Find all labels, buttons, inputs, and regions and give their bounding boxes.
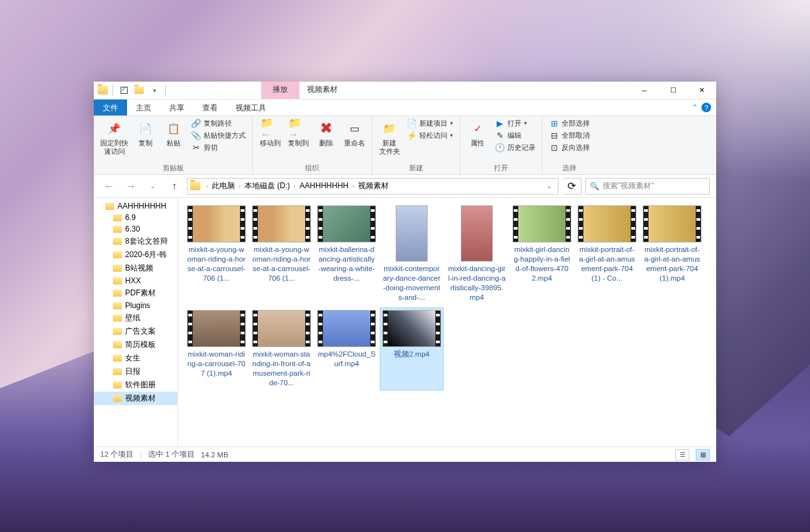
copy-button[interactable]: 📄 复制 (132, 117, 159, 149)
file-item[interactable]: 视频2.mp4 (380, 307, 444, 390)
thumbnail-view-button[interactable]: ▦ (696, 449, 710, 461)
tree-item[interactable]: 8套论文答辩 (94, 235, 177, 248)
tree-item[interactable]: HXX (94, 275, 177, 286)
delete-button[interactable]: ✖ 删除 (313, 117, 340, 149)
tree-label: 视频素材 (125, 393, 156, 404)
address-dropdown[interactable]: ⌄ (543, 182, 555, 189)
address-box[interactable]: › 此电脑›本地磁盘 (D:)›AAHHHHHHH›视频素材 ⌄ (187, 178, 559, 195)
forward-button[interactable]: → (122, 177, 140, 195)
file-item[interactable]: mixkit-girl-dancing-happily-in-a-field-o… (510, 203, 574, 305)
select-none-button[interactable]: ⊟全部取消 (546, 129, 592, 141)
file-name: mixkit-dancing-girl-in-red-dancing-artis… (447, 264, 506, 302)
file-item[interactable]: mixkit-contemporary-dance-dancer-doing-m… (380, 203, 444, 305)
refresh-button[interactable]: ⟳ (562, 178, 581, 195)
copy-path-button[interactable]: 🔗复制路径 (188, 117, 248, 129)
breadcrumb-item[interactable]: AAHHHHHHH (297, 181, 350, 190)
new-item-button[interactable]: 📄新建项目 ▾ (404, 117, 456, 129)
tab-share[interactable]: 共享 (160, 100, 193, 115)
rename-button[interactable]: ▭ 重命名 (341, 117, 368, 149)
close-button[interactable]: ✕ (687, 82, 716, 99)
breadcrumb-item[interactable]: 本地磁盘 (D:) (243, 181, 292, 190)
tree-item[interactable]: 视频素材 (94, 392, 177, 405)
paste-button[interactable]: 📋 粘贴 (160, 117, 187, 149)
up-button[interactable]: ↑ (165, 177, 183, 195)
file-name: mixkit-a-young-woman-riding-a-horse-at-a… (187, 245, 246, 283)
tree-item[interactable]: 广告文案 (94, 325, 177, 338)
tab-view[interactable]: 查看 (193, 100, 227, 115)
tree-item[interactable]: 女生 (94, 351, 177, 365)
minimize-button[interactable]: ─ (630, 82, 659, 99)
tree-label: Plugins (125, 301, 150, 310)
item-count: 12 个项目 (100, 450, 133, 459)
file-item[interactable]: mixkit-dancing-girl-in-red-dancing-artis… (445, 203, 509, 305)
tree-item[interactable]: 简历模板 (94, 338, 177, 351)
contextual-tab-play[interactable]: 播放 (261, 82, 299, 99)
video-thumbnail (317, 205, 376, 242)
tree-item[interactable]: 软件图册 (94, 378, 177, 392)
history-button[interactable]: 🕐历史记录 (492, 142, 538, 153)
group-new-label: 新建 (376, 162, 456, 174)
copy-to-button[interactable]: 📁→ 复制到 (285, 117, 311, 149)
file-name: mixkit-woman-standing-in-front-of-amusem… (252, 350, 311, 388)
file-name: mixkit-woman-riding-a-carrousel-707 (1).… (187, 350, 246, 378)
tree-label: 广告文案 (125, 326, 156, 337)
file-item[interactable]: mixkit-ballerina-dancing-artistically-we… (315, 203, 379, 305)
folder-icon (113, 328, 122, 335)
tree-item[interactable]: 壁纸 (94, 311, 177, 325)
statusbar: 12 个项目 | 选中 1 个项目 14.2 MB ☰ ▦ (94, 447, 716, 462)
select-all-button[interactable]: ⊞全部选择 (546, 117, 592, 129)
pin-quick-access-button[interactable]: 📌 固定到快 速访问 (98, 117, 131, 157)
details-view-button[interactable]: ☰ (675, 449, 689, 461)
easy-access-button[interactable]: ⚡轻松访问 ▾ (404, 129, 456, 141)
file-item[interactable]: mixkit-woman-riding-a-carrousel-707 (1).… (184, 307, 248, 390)
folder-icon (113, 238, 122, 245)
file-item[interactable]: mixkit-a-young-woman-riding-a-horse-at-a… (184, 203, 248, 305)
breadcrumb-item[interactable]: 此电脑 (210, 181, 237, 190)
tree-item[interactable]: 6.30 (94, 223, 177, 235)
video-thumbnail (252, 205, 311, 242)
tree-item[interactable]: 2020-6月-韩 (94, 248, 177, 262)
selection-count: 选中 1 个项目 (148, 450, 195, 459)
move-to-icon: 📁← (260, 119, 280, 138)
video-thumbnail (252, 310, 311, 347)
new-folder-button[interactable]: 📁 新建 文件夹 (376, 117, 403, 157)
qat-customize[interactable]: ▾ (148, 84, 161, 97)
recent-dropdown[interactable]: ⌄ (144, 177, 161, 195)
video-thumbnail (187, 310, 246, 347)
tab-file[interactable]: 文件 (94, 100, 127, 115)
ribbon-collapse-icon[interactable]: ⌃ (692, 103, 698, 112)
qat-properties[interactable] (117, 84, 130, 97)
tab-home[interactable]: 主页 (127, 100, 160, 115)
video-thumbnail (513, 205, 571, 242)
file-item[interactable]: mixkit-woman-standing-in-front-of-amusem… (250, 307, 313, 390)
cut-button[interactable]: ✂剪切 (188, 142, 248, 153)
open-button[interactable]: ▶打开 ▾ (492, 117, 538, 129)
file-item[interactable]: mixkit-a-young-woman-riding-a-horse-at-a… (250, 203, 313, 305)
help-icon[interactable]: ? (701, 103, 711, 112)
properties-button[interactable]: ✓ 属性 (464, 117, 491, 149)
tree-item[interactable]: AAHHHHHHH (94, 200, 177, 212)
qat-new-folder[interactable] (133, 84, 146, 97)
file-name: mixkit-ballerina-dancing-artistically-we… (317, 245, 376, 283)
tree-item[interactable]: 6.9 (94, 212, 177, 223)
tree-item[interactable]: Plugins (94, 300, 177, 311)
tab-video-tools[interactable]: 视频工具 (227, 100, 275, 115)
maximize-button[interactable]: ☐ (659, 82, 687, 99)
tree-item[interactable]: PDF素材 (94, 286, 177, 300)
window-title: 视频素材 (299, 82, 345, 99)
tree-item[interactable]: 日报 (94, 365, 177, 378)
rename-icon: ▭ (345, 119, 364, 138)
search-input[interactable]: 🔍 搜索"视频素材" (585, 178, 710, 195)
tree-item[interactable]: B站视频 (94, 262, 177, 275)
paste-shortcut-button[interactable]: 📎粘贴快捷方式 (188, 129, 248, 141)
file-item[interactable]: mixkit-portrait-of-a-girl-at-an-amusemen… (640, 203, 704, 305)
file-item[interactable]: mp4%2FCloud_Surf.mp4 (315, 307, 379, 390)
folder-icon (113, 226, 122, 233)
breadcrumb-item[interactable]: 视频素材 (356, 181, 391, 190)
invert-selection-button[interactable]: ⊡反向选择 (546, 142, 592, 153)
tree-label: 简历模板 (125, 339, 156, 350)
move-to-button[interactable]: 📁← 移动到 (257, 117, 283, 149)
back-button[interactable]: ← (100, 177, 118, 195)
edit-button[interactable]: ✎编辑 (492, 129, 538, 141)
file-item[interactable]: mixkit-portrait-of-a-girl-at-an-amusemen… (575, 203, 639, 305)
